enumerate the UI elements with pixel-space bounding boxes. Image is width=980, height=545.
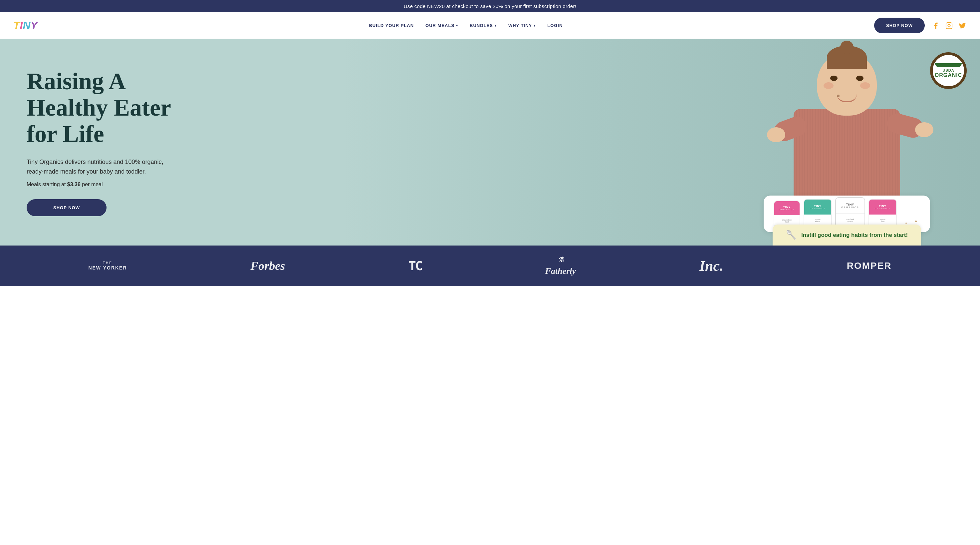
- nav-links: BUILD YOUR PLAN OUR MEALS ▾ BUNDLES ▾ WH…: [57, 23, 874, 28]
- svg-point-2: [950, 24, 951, 24]
- hero-section: USDA ORGANIC Raising A Healthy Eater for…: [0, 39, 980, 245]
- nav-our-meals[interactable]: OUR MEALS ▾: [425, 23, 458, 28]
- usda-arc-decoration: [935, 63, 962, 67]
- nav-bundles[interactable]: BUNDLES ▾: [470, 23, 497, 28]
- nav-why-tiny[interactable]: WHY TINY ▾: [508, 23, 536, 28]
- instagram-icon[interactable]: [945, 21, 953, 30]
- nav-build-your-plan[interactable]: BUILD YOUR PLAN: [369, 23, 414, 28]
- logo-letter-n: N: [23, 19, 30, 32]
- hero-price: Meals starting at $3.36 per meal: [27, 182, 173, 188]
- press-bar: THE NEW YORKER Forbes TC ⚗ Fatherly Inc.…: [0, 245, 980, 286]
- svg-point-1: [948, 24, 950, 27]
- new-yorker-the: THE: [88, 261, 127, 265]
- price-suffix: per meal: [81, 182, 103, 187]
- press-logo-inc: Inc.: [699, 258, 723, 274]
- price-value: $3.36: [67, 182, 81, 187]
- logo-letter-i: I: [20, 19, 23, 32]
- usda-badge: USDA ORGANIC: [930, 52, 967, 89]
- hero-shop-now-button[interactable]: SHOP NOW: [27, 199, 107, 216]
- press-logo-techcrunch: TC: [409, 258, 422, 273]
- logo-letter-y: Y: [30, 19, 38, 32]
- why-tiny-chevron: ▾: [534, 24, 536, 27]
- press-logo-romper: ROMPER: [847, 260, 892, 271]
- twitter-icon[interactable]: [958, 21, 967, 30]
- nav-login[interactable]: LOGIN: [547, 23, 563, 28]
- navigation: T I N Y BUILD YOUR PLAN OUR MEALS ▾ BUND…: [0, 12, 980, 39]
- instill-banner: 🥄 Instill good eating habits from the st…: [773, 225, 921, 245]
- announcement-bar: Use code NEW20 at checkout to save 20% o…: [0, 0, 980, 12]
- fatherly-icon: ⚗: [558, 255, 563, 263]
- social-icons: [931, 21, 967, 30]
- price-prefix: Meals starting at: [27, 182, 67, 187]
- our-meals-chevron: ▾: [456, 24, 458, 27]
- hero-title: Raising A Healthy Eater for Life: [27, 68, 173, 148]
- bundles-chevron: ▾: [495, 24, 497, 27]
- instill-icon: 🥄: [786, 230, 797, 240]
- press-logo-forbes: Forbes: [250, 259, 285, 273]
- organic-label: ORGANIC: [935, 72, 963, 78]
- nav-right: SHOP NOW: [874, 18, 967, 33]
- instill-text: Instill good eating habits from the star…: [801, 232, 908, 239]
- hero-subtitle: Tiny Organics delivers nutritious and 10…: [27, 157, 173, 177]
- fatherly-text: Fatherly: [545, 266, 576, 276]
- logo[interactable]: T I N Y: [13, 19, 38, 32]
- press-logo-new-yorker: THE NEW YORKER: [88, 261, 127, 271]
- new-yorker-name: NEW YORKER: [88, 265, 127, 271]
- svg-rect-0: [946, 22, 952, 28]
- nav-shop-now-button[interactable]: SHOP NOW: [874, 18, 925, 33]
- announcement-text: Use code NEW20 at checkout to save 20% o…: [404, 3, 577, 9]
- hero-content: Raising A Healthy Eater for Life Tiny Or…: [0, 48, 200, 236]
- usda-label: USDA: [942, 68, 954, 72]
- facebook-icon[interactable]: [931, 21, 940, 30]
- press-logo-fatherly: ⚗ Fatherly: [545, 255, 576, 276]
- logo-letter-t: T: [13, 19, 20, 32]
